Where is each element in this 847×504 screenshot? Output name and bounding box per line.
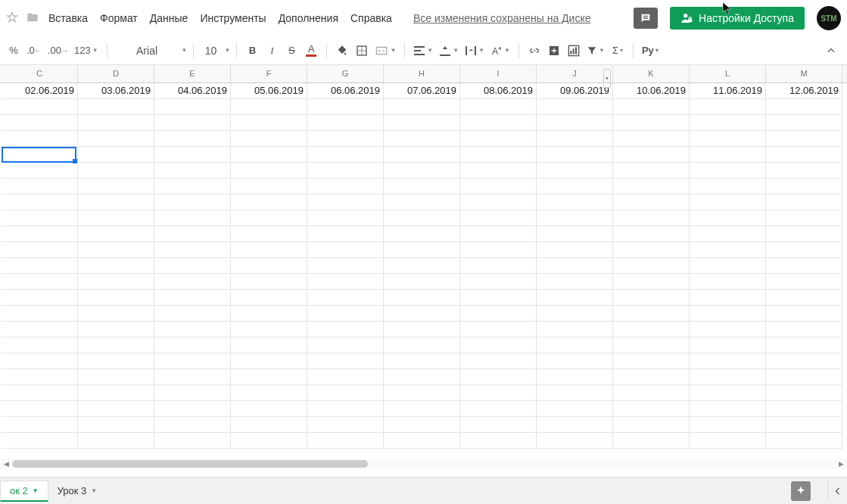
- cell[interactable]: [78, 401, 154, 417]
- menu-data[interactable]: Данные: [150, 12, 188, 24]
- cell[interactable]: 04.06.2019: [154, 83, 231, 99]
- cell[interactable]: [384, 99, 460, 115]
- cell[interactable]: [154, 131, 231, 147]
- cell[interactable]: [231, 147, 307, 163]
- cell[interactable]: [613, 258, 690, 274]
- cell[interactable]: [307, 322, 384, 338]
- cell[interactable]: 08.06.2019: [460, 83, 537, 99]
- side-panel-toggle[interactable]: [827, 481, 847, 501]
- cell[interactable]: [384, 290, 460, 306]
- cell[interactable]: [690, 179, 766, 194]
- cell[interactable]: [78, 385, 154, 401]
- cell[interactable]: [154, 306, 231, 322]
- functions-button[interactable]: Σ▾: [609, 41, 627, 61]
- explore-button[interactable]: [791, 481, 811, 501]
- cell[interactable]: [2, 274, 78, 290]
- cell[interactable]: [307, 194, 384, 210]
- cell[interactable]: [690, 131, 766, 147]
- cell[interactable]: 12.06.2019: [766, 83, 842, 99]
- column-header[interactable]: E: [154, 65, 231, 82]
- cell[interactable]: [766, 163, 842, 179]
- cell[interactable]: [613, 163, 690, 179]
- cell[interactable]: [766, 401, 842, 417]
- star-icon[interactable]: [6, 11, 20, 25]
- cell[interactable]: [154, 258, 231, 274]
- cell[interactable]: [307, 226, 384, 242]
- cell[interactable]: [613, 99, 690, 115]
- cell[interactable]: [231, 433, 307, 449]
- cell[interactable]: [78, 99, 154, 115]
- cell[interactable]: [766, 322, 842, 338]
- cell[interactable]: [613, 385, 690, 401]
- cell[interactable]: [537, 353, 613, 369]
- cell[interactable]: 11.06.2019: [690, 83, 766, 99]
- cell[interactable]: [460, 274, 537, 290]
- strikethrough-button[interactable]: S: [282, 41, 300, 61]
- cell[interactable]: [307, 242, 384, 258]
- cell[interactable]: [613, 226, 690, 242]
- cell[interactable]: [231, 242, 307, 258]
- scroll-right-button[interactable]: ▶: [835, 460, 847, 468]
- cell[interactable]: [78, 306, 154, 322]
- cell[interactable]: [231, 226, 307, 242]
- format-percent-button[interactable]: %: [5, 41, 23, 61]
- menu-help[interactable]: Справка: [350, 12, 392, 24]
- cell[interactable]: [2, 131, 78, 147]
- cell[interactable]: [154, 163, 231, 179]
- menu-addons[interactable]: Дополнения: [279, 12, 338, 24]
- cell[interactable]: [613, 433, 690, 449]
- cell[interactable]: [78, 163, 154, 179]
- column-header[interactable]: D: [78, 65, 154, 82]
- sheet-tab[interactable]: Урок 3 ▼: [48, 481, 107, 502]
- cell[interactable]: [690, 258, 766, 274]
- cell[interactable]: [766, 338, 842, 353]
- menu-tools[interactable]: Инструменты: [200, 12, 266, 24]
- menu-insert[interactable]: Вставка: [48, 12, 88, 24]
- cell[interactable]: [766, 99, 842, 115]
- filter-dropdown-icon[interactable]: ▾: [603, 69, 611, 88]
- cell[interactable]: [690, 401, 766, 417]
- cell[interactable]: [537, 306, 613, 322]
- insert-link-button[interactable]: [525, 41, 543, 61]
- column-header[interactable]: I: [460, 65, 537, 82]
- cell[interactable]: [78, 433, 154, 449]
- cell[interactable]: [460, 385, 537, 401]
- collapse-toolbar-button[interactable]: [820, 45, 842, 56]
- cell[interactable]: [2, 179, 78, 194]
- cell[interactable]: [231, 417, 307, 433]
- cell[interactable]: [690, 163, 766, 179]
- cell[interactable]: [154, 338, 231, 353]
- cell[interactable]: [613, 242, 690, 258]
- folder-icon[interactable]: [26, 11, 39, 25]
- cell[interactable]: [2, 163, 78, 179]
- cell[interactable]: [384, 385, 460, 401]
- cell[interactable]: [231, 290, 307, 306]
- cell[interactable]: [231, 210, 307, 226]
- fill-color-button[interactable]: [333, 41, 351, 61]
- column-header[interactable]: L: [690, 65, 766, 82]
- cell[interactable]: [690, 115, 766, 131]
- cell[interactable]: [307, 115, 384, 131]
- cell[interactable]: [154, 99, 231, 115]
- cell[interactable]: [613, 290, 690, 306]
- cell[interactable]: [690, 322, 766, 338]
- column-header[interactable]: F: [231, 65, 307, 82]
- cell[interactable]: [231, 369, 307, 385]
- cell[interactable]: [613, 179, 690, 194]
- cell[interactable]: [460, 99, 537, 115]
- borders-button[interactable]: [353, 41, 371, 61]
- cell[interactable]: [537, 194, 613, 210]
- cell[interactable]: [384, 338, 460, 353]
- cell[interactable]: [78, 147, 154, 163]
- cell[interactable]: [613, 115, 690, 131]
- cell[interactable]: [78, 131, 154, 147]
- cell[interactable]: [231, 163, 307, 179]
- more-formats-button[interactable]: 123▼: [72, 41, 101, 61]
- cell[interactable]: [154, 274, 231, 290]
- cell[interactable]: [2, 338, 78, 353]
- cell[interactable]: [766, 179, 842, 194]
- cell[interactable]: [690, 210, 766, 226]
- cell[interactable]: [766, 385, 842, 401]
- cell[interactable]: [690, 417, 766, 433]
- cell[interactable]: [307, 258, 384, 274]
